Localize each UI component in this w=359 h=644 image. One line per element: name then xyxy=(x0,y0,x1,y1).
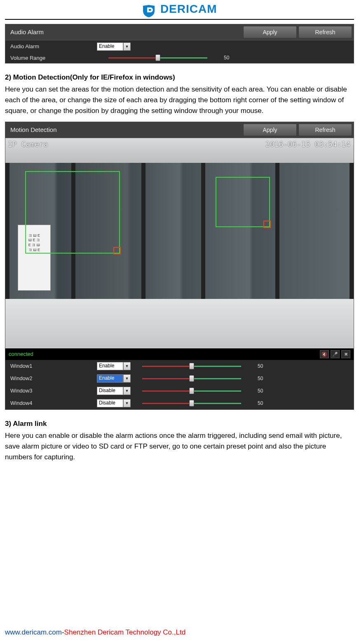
window-row: Window2Enable▼50 xyxy=(5,372,354,385)
camera-preview[interactable]: IP Camera 2016-06-15 03:54:14 xyxy=(5,138,354,348)
camera-overlay-label: IP Camera xyxy=(8,140,48,148)
resize-handle-icon[interactable] xyxy=(113,247,121,254)
window-sensitivity-slider[interactable] xyxy=(142,401,241,405)
chevron-down-icon[interactable]: ▼ xyxy=(123,374,131,383)
window-select-value[interactable]: Disable xyxy=(97,399,123,407)
section-3-text: Here you can enable or disable the alarm… xyxy=(5,430,354,463)
brand-shield-icon xyxy=(142,5,156,17)
footer-company: Shenzhen Dericam Technology Co.,Ltd xyxy=(64,628,186,636)
window-sensitivity-value: 50 xyxy=(258,363,263,369)
window-row: Window4Disable▼50 xyxy=(5,397,354,409)
refresh-button[interactable]: Refresh xyxy=(298,124,352,136)
window-select-value[interactable]: Enable xyxy=(97,362,123,370)
volume-range-slider[interactable] xyxy=(108,56,207,60)
mic-off-icon[interactable]: 🎤 xyxy=(331,350,340,358)
motion-detection-header: Motion Detection Apply Refresh xyxy=(5,122,354,138)
window-label: Window1 xyxy=(10,363,97,369)
window-sensitivity-slider[interactable] xyxy=(142,376,241,381)
window-select-value[interactable]: Disable xyxy=(97,387,123,395)
volume-range-label: Volume Range xyxy=(10,55,97,61)
apply-button[interactable]: Apply xyxy=(243,124,297,136)
mute-icon[interactable]: 🔇 xyxy=(320,350,329,358)
window-select[interactable]: Disable▼ xyxy=(97,387,131,395)
window-select-value[interactable]: Enable xyxy=(97,374,123,383)
camera-status-text: connected xyxy=(9,351,33,357)
detection-region-2[interactable] xyxy=(216,177,270,227)
window-sensitivity-value: 50 xyxy=(258,400,263,406)
chevron-down-icon[interactable]: ▼ xyxy=(123,387,131,395)
audio-alarm-label: Audio Alarm xyxy=(10,43,97,49)
window-sensitivity-value: 50 xyxy=(258,376,263,381)
audio-alarm-header: Audio Alarm Apply Refresh xyxy=(5,24,354,40)
chevron-down-icon[interactable]: ▼ xyxy=(123,362,131,370)
camera-overlay-timestamp: 2016-06-15 03:54:14 xyxy=(265,140,350,148)
window-label: Window3 xyxy=(10,388,97,394)
resize-handle-icon[interactable] xyxy=(263,221,271,228)
camera-status-bar: connected 🔇 🎤 ✖ xyxy=(5,348,354,360)
volume-range-value: 50 xyxy=(224,55,229,61)
window-label: Window4 xyxy=(10,400,97,406)
section-2-text: Here you can set the areas for the motio… xyxy=(5,84,354,117)
chevron-down-icon[interactable]: ▼ xyxy=(123,42,131,51)
window-row: Window1Enable▼50 xyxy=(5,360,354,372)
window-select[interactable]: Enable▼ xyxy=(97,362,131,370)
page-footer: www.dericam.com-Shenzhen Dericam Technol… xyxy=(5,628,185,637)
audio-alarm-row: Audio Alarm Enable ▼ xyxy=(5,40,354,53)
window-label: Window2 xyxy=(10,375,97,381)
window-sensitivity-value: 50 xyxy=(258,388,263,394)
audio-alarm-panel: Audio Alarm Apply Refresh Audio Alarm En… xyxy=(5,24,354,63)
section-3-heading: 3) Alarm link xyxy=(5,420,354,428)
apply-button[interactable]: Apply xyxy=(243,26,297,38)
window-sensitivity-slider[interactable] xyxy=(142,364,241,368)
window-select[interactable]: Disable▼ xyxy=(97,399,131,407)
audio-alarm-select-value[interactable]: Enable xyxy=(97,42,123,51)
motion-detection-panel: Motion Detection Apply Refresh IP Camera… xyxy=(5,122,354,410)
chevron-down-icon[interactable]: ▼ xyxy=(123,399,131,407)
window-select[interactable]: Enable▼ xyxy=(97,374,131,383)
window-row: Window3Disable▼50 xyxy=(5,385,354,397)
window-sensitivity-slider[interactable] xyxy=(142,389,241,393)
detection-region-1[interactable] xyxy=(25,171,120,254)
footer-link[interactable]: www.dericam.com xyxy=(5,628,62,636)
brand-name: DERICAM xyxy=(160,2,217,16)
volume-range-row: Volume Range 50 xyxy=(5,53,354,63)
audio-alarm-select[interactable]: Enable ▼ xyxy=(97,42,131,51)
section-2-heading: 2) Motion Detection(Only for IE/Firefox … xyxy=(5,73,354,82)
refresh-button[interactable]: Refresh xyxy=(298,26,352,38)
audio-alarm-title: Audio Alarm xyxy=(5,25,243,39)
settings-icon[interactable]: ✖ xyxy=(341,350,350,358)
brand-header: DERICAM xyxy=(5,0,354,20)
motion-detection-title: Motion Detection xyxy=(5,123,243,136)
